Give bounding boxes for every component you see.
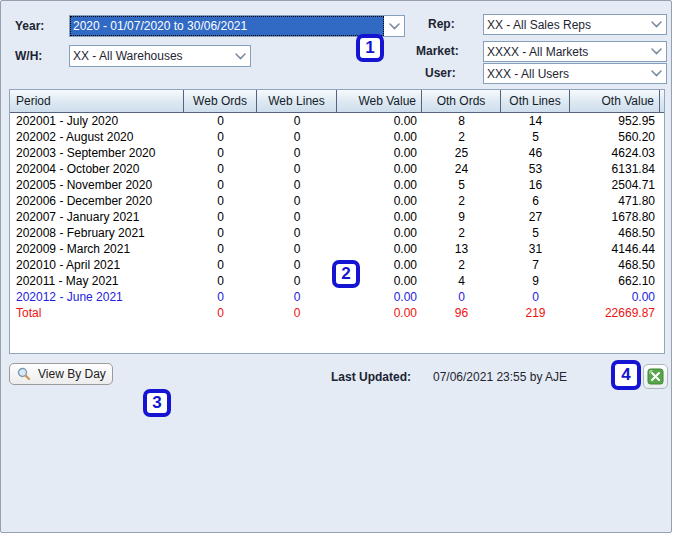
- year-label: Year:: [15, 19, 44, 33]
- warehouse-label: W/H:: [15, 49, 42, 63]
- cell-period: 202006 - December 2020: [10, 193, 184, 209]
- cell-spacer: [660, 273, 664, 289]
- chevron-down-icon[interactable]: [646, 15, 666, 34]
- rep-label: Rep:: [428, 17, 455, 31]
- cell-spacer: [660, 209, 664, 225]
- column-header-web-lines[interactable]: Web Lines: [257, 90, 337, 112]
- cell-spacer: [660, 241, 664, 257]
- cell-oth-ords: 5: [422, 177, 501, 193]
- cell-oth-ords: 2: [422, 225, 501, 241]
- last-updated-value: 07/06/2021 23:55 by AJE: [433, 370, 567, 384]
- year-dropdown[interactable]: 2020 - 01/07/2020 to 30/06/2021: [69, 15, 405, 37]
- warehouse-dropdown[interactable]: XX - All Warehouses: [69, 45, 251, 67]
- chevron-down-icon[interactable]: [646, 42, 666, 61]
- chevron-down-icon[interactable]: [230, 46, 250, 66]
- callout-3: 3: [143, 389, 171, 417]
- cell-period: 202009 - March 2021: [10, 241, 184, 257]
- cell-spacer: [660, 161, 664, 177]
- cell-web-ords: 0: [184, 241, 257, 257]
- cell-web-ords: 0: [184, 289, 257, 305]
- cell-web-lines: 0: [257, 129, 337, 145]
- column-header-oth-value[interactable]: Oth Value: [570, 90, 660, 112]
- cell-oth-ords: 13: [422, 241, 501, 257]
- market-dropdown-value: XXXX - All Markets: [484, 42, 646, 61]
- cell-oth-value: 468.50: [570, 257, 660, 273]
- cell-web-value: 0.00: [337, 177, 422, 193]
- table-row[interactable]: 202012 - June 2021000.00000.00: [10, 289, 664, 305]
- cell-oth-ords: 2: [422, 257, 501, 273]
- table-row[interactable]: 202004 - October 2020000.0024536131.84: [10, 161, 664, 177]
- cell-spacer: [660, 225, 664, 241]
- cell-period: 202002 - August 2020: [10, 129, 184, 145]
- cell-oth-value: 952.95: [570, 113, 660, 129]
- cell-oth-ords: 96: [422, 305, 501, 321]
- chevron-down-icon[interactable]: [384, 16, 404, 36]
- table-row[interactable]: 202007 - January 2021000.009271678.80: [10, 209, 664, 225]
- cell-oth-lines: 5: [501, 225, 570, 241]
- cell-oth-lines: 7: [501, 257, 570, 273]
- cell-oth-lines: 6: [501, 193, 570, 209]
- table-row[interactable]: 202002 - August 2020000.0025560.20: [10, 129, 664, 145]
- table-row[interactable]: 202001 - July 2020000.00814952.95: [10, 113, 664, 129]
- table-row[interactable]: 202005 - November 2020000.005162504.71: [10, 177, 664, 193]
- cell-web-value: 0.00: [337, 113, 422, 129]
- user-dropdown-value: XXX - All Users: [484, 64, 646, 83]
- cell-oth-ords: 2: [422, 193, 501, 209]
- table-row[interactable]: 202003 - September 2020000.0025464624.03: [10, 145, 664, 161]
- cell-period: 202008 - February 2021: [10, 225, 184, 241]
- cell-web-value: 0.00: [337, 145, 422, 161]
- cell-web-value: 0.00: [337, 289, 422, 305]
- cell-web-lines: 0: [257, 273, 337, 289]
- cell-web-ords: 0: [184, 177, 257, 193]
- user-dropdown[interactable]: XXX - All Users: [483, 63, 667, 84]
- cell-web-lines: 0: [257, 145, 337, 161]
- column-header-web-value[interactable]: Web Value: [337, 90, 422, 112]
- cell-oth-ords: 2: [422, 129, 501, 145]
- excel-icon: [647, 368, 664, 385]
- cell-web-lines: 0: [257, 209, 337, 225]
- cell-period: 202007 - January 2021: [10, 209, 184, 225]
- cell-oth-lines: 5: [501, 129, 570, 145]
- cell-oth-lines: 31: [501, 241, 570, 257]
- view-by-day-button[interactable]: View By Day: [9, 363, 113, 385]
- column-header-oth-lines[interactable]: Oth Lines: [501, 90, 570, 112]
- cell-oth-lines: 53: [501, 161, 570, 177]
- cell-period: Total: [10, 305, 184, 321]
- column-header-oth-ords[interactable]: Oth Ords: [422, 90, 501, 112]
- table-row[interactable]: 202006 - December 2020000.0026471.80: [10, 193, 664, 209]
- cell-oth-lines: 16: [501, 177, 570, 193]
- column-header-web-ords[interactable]: Web Ords: [184, 90, 257, 112]
- cell-web-value: 0.00: [337, 129, 422, 145]
- market-dropdown[interactable]: XXXX - All Markets: [483, 41, 667, 62]
- sales-summary-panel: Year: W/H: Rep: Market: User: 2020 - 01/…: [0, 0, 672, 533]
- cell-web-value: 0.00: [337, 241, 422, 257]
- cell-spacer: [660, 129, 664, 145]
- cell-oth-ords: 8: [422, 113, 501, 129]
- column-header-period[interactable]: Period: [10, 90, 184, 112]
- cell-oth-value: 662.10: [570, 273, 660, 289]
- cell-oth-value: 0.00: [570, 289, 660, 305]
- table-row[interactable]: 202009 - March 2021000.0013314146.44: [10, 241, 664, 257]
- callout-4: 4: [611, 360, 641, 390]
- cell-web-ords: 0: [184, 225, 257, 241]
- chevron-down-icon[interactable]: [646, 64, 666, 83]
- rep-dropdown[interactable]: XX - All Sales Reps: [483, 14, 667, 35]
- cell-web-ords: 0: [184, 305, 257, 321]
- cell-web-lines: 0: [257, 305, 337, 321]
- user-label: User:: [425, 66, 456, 80]
- cell-period: 202010 - April 2021: [10, 257, 184, 273]
- cell-spacer: [660, 145, 664, 161]
- export-to-excel-button[interactable]: [643, 364, 668, 389]
- cell-period: 202005 - November 2020: [10, 177, 184, 193]
- table-row[interactable]: 202008 - February 2021000.0025468.50: [10, 225, 664, 241]
- cell-oth-ords: 24: [422, 161, 501, 177]
- column-header-spacer: [660, 90, 664, 112]
- cell-oth-ords: 0: [422, 289, 501, 305]
- cell-oth-lines: 0: [501, 289, 570, 305]
- table-row[interactable]: Total000.009621922669.87: [10, 305, 664, 321]
- cell-web-lines: 0: [257, 241, 337, 257]
- cell-period: 202003 - September 2020: [10, 145, 184, 161]
- cell-spacer: [660, 177, 664, 193]
- cell-oth-ords: 25: [422, 145, 501, 161]
- cell-web-lines: 0: [257, 177, 337, 193]
